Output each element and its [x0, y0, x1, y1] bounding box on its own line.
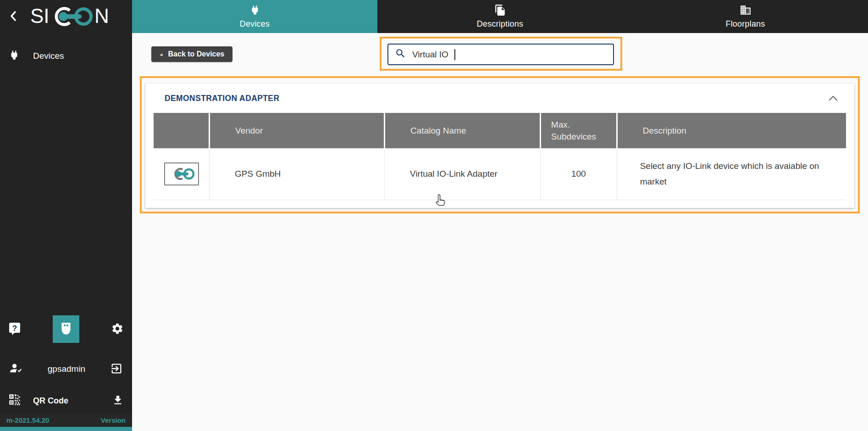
search-annotation-box: Virtual IO — [380, 37, 622, 71]
sidebar-item-devices[interactable]: Devices — [0, 44, 132, 68]
help-button[interactable]: ? — [8, 322, 21, 337]
building-icon — [740, 4, 752, 18]
column-header-max-subdevices: Max. Subdevices — [540, 113, 617, 148]
person-check-icon — [9, 362, 23, 376]
username-label: gpsadmin — [23, 364, 110, 374]
sicon-logo: SI N — [30, 5, 113, 28]
sidebar-collapse-button[interactable] — [6, 7, 21, 26]
version-number: m-2021.54.20 — [6, 416, 49, 424]
gps-logo-icon — [164, 162, 199, 185]
results-annotation-box: DEMONSTRATION ADAPTER Vendor Catalog Nam… — [140, 76, 860, 213]
max-subdevices-cell: 100 — [540, 148, 617, 200]
vendor-cell: GPS GmbH — [210, 148, 385, 200]
table-row-virtual-io-link-adapter[interactable]: GPS GmbH Virtual IO-Link Adapter 100 Sel… — [154, 148, 846, 200]
tab-label: Devices — [240, 19, 270, 29]
plug-icon — [8, 49, 20, 63]
usb-devices-button[interactable] — [53, 315, 79, 343]
description-cell: Select any IO-Link device which is avaia… — [617, 148, 846, 200]
help-bubble-icon: ? — [8, 322, 21, 337]
column-header-icon — [154, 113, 210, 148]
magnifier-icon — [395, 48, 406, 61]
collapse-section-button[interactable] — [828, 94, 839, 103]
qr-code-label: QR Code — [33, 396, 112, 406]
adapter-panel: DEMONSTRATION ADAPTER Vendor Catalog Nam… — [145, 84, 854, 208]
top-navigation: Devices Descriptions Floorplans — [132, 0, 868, 33]
logo-text-right: N — [94, 5, 109, 27]
adapter-table: Vendor Catalog Name Max. Subdevices Desc… — [154, 113, 846, 200]
chevron-left-icon — [8, 10, 18, 23]
back-to-devices-button[interactable]: ◂ Back to Devices — [151, 46, 232, 62]
tab-floorplans[interactable]: Floorplans — [623, 0, 868, 33]
download-qr-button[interactable] — [112, 394, 124, 408]
back-arrow-icon: ◂ — [160, 51, 163, 57]
download-icon — [112, 394, 124, 408]
logo-text-left: SI — [30, 5, 50, 27]
logout-button[interactable] — [110, 362, 123, 376]
settings-button[interactable] — [111, 322, 124, 336]
search-value: Virtual IO — [412, 50, 448, 60]
qr-code-icon — [8, 393, 21, 408]
svg-text:?: ? — [12, 324, 17, 333]
panel-header: DEMONSTRATION ADAPTER — [145, 84, 854, 113]
search-input[interactable]: Virtual IO — [387, 44, 614, 65]
back-button-label: Back to Devices — [168, 50, 225, 58]
sidebar: SI N Devices ? — [0, 0, 132, 431]
text-caret — [454, 49, 455, 60]
tab-descriptions[interactable]: Descriptions — [377, 0, 623, 33]
column-header-catalog-name: Catalog Name — [385, 113, 541, 148]
exit-icon — [110, 362, 123, 376]
table-header-row: Vendor Catalog Name Max. Subdevices Desc… — [154, 113, 846, 148]
tab-label: Descriptions — [477, 19, 523, 29]
sidebar-item-label: Devices — [33, 51, 64, 61]
copy-pages-icon — [494, 4, 506, 18]
sidebar-icon-row: ? — [0, 315, 132, 343]
user-row: gpsadmin — [0, 356, 132, 382]
tab-devices[interactable]: Devices — [132, 0, 377, 33]
tab-label: Floorplans — [725, 19, 765, 29]
column-header-vendor: Vendor — [210, 113, 385, 148]
qr-code-row: QR Code — [0, 388, 132, 414]
chevron-up-icon — [828, 94, 839, 103]
plug-icon — [249, 4, 261, 18]
catalog-name-cell: Virtual IO-Link Adapter — [385, 148, 541, 200]
version-bar: m-2021.54.20 Version — [0, 413, 132, 427]
app-screen: SI N Devices ? — [0, 0, 868, 431]
sidebar-accent-strip — [0, 427, 132, 431]
vendor-logo-cell — [154, 148, 210, 200]
panel-title: DEMONSTRATION ADAPTER — [165, 94, 279, 103]
gear-icon — [111, 322, 124, 336]
usb-connector-icon — [59, 321, 73, 337]
version-label: Version — [101, 416, 126, 424]
column-header-description: Description — [617, 113, 846, 148]
sidebar-header: SI N — [0, 0, 132, 33]
